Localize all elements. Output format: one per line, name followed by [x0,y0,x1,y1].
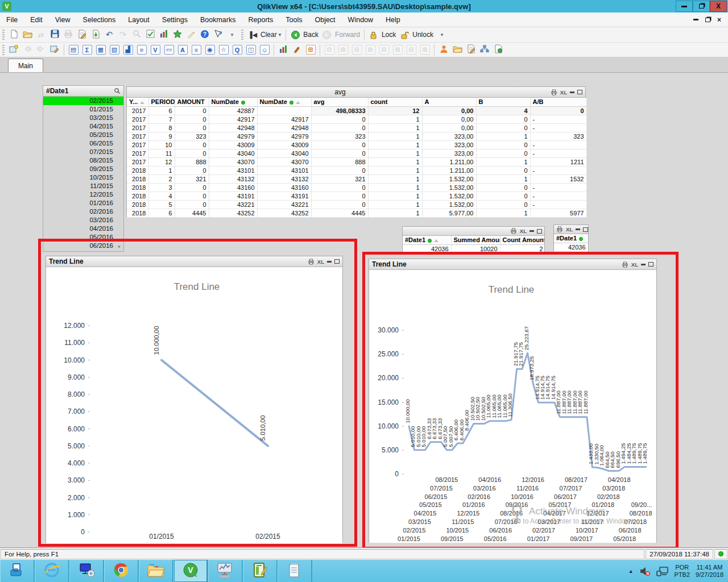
chart-caption[interactable]: Trend Line XL [46,256,342,267]
new-document-button[interactable] [7,28,20,41]
undo-button[interactable]: ↶ [103,28,115,41]
listbox-scrollbar[interactable]: ▲ ▼ [115,97,123,251]
create-custom-object-button[interactable]: ☺ [258,44,271,56]
column-header[interactable]: Count Amount [500,236,545,244]
refresh-button[interactable]: ⇄ [35,28,47,41]
language-indicator[interactable]: POR PTB2 [675,564,690,579]
column-header[interactable]: A [422,98,476,106]
listbox-value[interactable]: 02/2016 [43,207,123,216]
menu-window[interactable]: Window [342,14,379,26]
restore-window-button[interactable] [693,1,710,12]
save-button[interactable] [48,28,61,41]
align-center-button[interactable]: ⊞ [337,44,349,56]
maximize-object-icon[interactable] [648,262,653,267]
properties-button[interactable] [465,44,477,56]
create-multi-box-button[interactable]: V [149,44,162,56]
taskbar-server-manager-button[interactable] [0,560,35,582]
trend-line-chart-right[interactable]: Trend Line XL Trend Line05.00010.00015.0… [369,259,657,543]
listbox-value[interactable]: 03/2015 [43,114,123,122]
minimize-object-icon[interactable] [576,228,580,230]
listbox-value[interactable]: 07/2015 [43,148,123,156]
space-horizontally-button[interactable]: ⊞ [364,44,377,56]
listbox-value[interactable]: 11/2015 [43,182,123,190]
mdi-close-icon[interactable]: × [717,16,721,23]
create-slider-button[interactable]: ≡ [190,44,202,56]
toolbar-overflow-button[interactable]: ▾ [226,28,238,41]
date1-table-caption[interactable]: XL [554,225,588,234]
reload-button[interactable] [89,28,102,41]
open-document-button[interactable] [21,28,34,41]
minimize-object-icon[interactable] [327,261,332,263]
listbox-value[interactable]: 09/2015 [43,165,123,173]
column-header[interactable]: PERIOD [148,98,175,106]
unlock-label[interactable]: Unlock [412,31,433,39]
lock-label[interactable]: Lock [382,31,396,39]
tray-expand-icon[interactable]: ▲ [628,568,634,574]
column-header[interactable]: NumDate [257,98,311,106]
space-vertically-button[interactable]: ⊟ [378,44,390,56]
mdi-minimize-icon[interactable] [693,19,698,20]
column-header[interactable]: A/B [530,98,586,106]
create-table-box-button[interactable]: ▦ [94,44,107,56]
webview-button[interactable] [437,44,450,56]
menu-help[interactable]: Help [379,14,407,26]
taskbar-chrome-button[interactable] [104,560,139,582]
context-help-button[interactable]: ? [212,28,225,41]
back-button[interactable] [289,28,301,41]
print-icon[interactable] [510,228,517,234]
print-icon[interactable] [551,89,557,95]
listbox-value[interactable]: 01/2016 [43,199,123,207]
print-icon[interactable] [308,259,315,265]
menu-object[interactable]: Object [308,14,341,26]
align-top-button[interactable]: ⊞ [419,44,431,56]
column-header[interactable]: Y... [127,98,148,106]
menu-tools[interactable]: Tools [279,14,308,26]
create-text-object-button[interactable]: A [176,44,189,56]
create-container-button[interactable]: ◫ [245,44,257,56]
menu-reports[interactable]: Reports [242,14,280,26]
create-gauge-button[interactable]: = [135,44,148,56]
clear-dropdown-icon[interactable]: ▾ [279,32,282,38]
create-search-object-button[interactable]: Q [231,44,243,56]
listbox-value[interactable]: 01/2015 [43,105,123,114]
maximize-object-icon[interactable] [583,227,588,232]
menu-file[interactable]: File [0,14,24,26]
listbox-value[interactable]: 08/2015 [43,156,123,165]
unlock-button[interactable] [398,28,411,41]
toolbar-overflow-button[interactable]: ▾ [436,28,448,41]
chart-wizard-button[interactable] [277,44,289,56]
taskbar-qlikview-button[interactable]: V [173,560,208,582]
toolbar-grip[interactable] [2,45,5,55]
network-icon[interactable] [656,566,669,576]
listbox-value[interactable]: 04/2016 [43,225,123,233]
send-to-excel-icon[interactable]: XL [560,89,567,95]
summed-table-caption[interactable]: XL [403,227,544,236]
design-grid-button[interactable]: ⊞ [304,44,317,56]
clear-button[interactable]: Clear [260,31,277,39]
taskbar-notepad-plus-button[interactable] [243,560,278,582]
print-button[interactable] [62,28,75,41]
sitemap-button[interactable] [478,44,491,56]
create-input-box-button[interactable]: ▧ [108,44,121,56]
column-header[interactable]: B [476,98,530,106]
taskbar-remote-desktop-button[interactable] [69,560,104,582]
trend-line-series[interactable] [162,360,268,446]
menu-layout[interactable]: Layout [122,14,156,26]
adjust-off-grid-button[interactable]: ⊟ [405,44,417,56]
column-header[interactable]: count [368,98,422,106]
close-window-button[interactable]: X [710,1,727,12]
menu-selections[interactable]: Selections [77,14,122,26]
redo-button[interactable]: ↷ [117,28,129,41]
minimize-object-icon[interactable] [570,92,574,93]
clear-selections-icon[interactable]: ▐◀ [246,28,259,41]
send-to-excel-icon[interactable]: XL [566,226,573,232]
create-button-object-button[interactable]: ▭ [163,44,175,56]
search-icon[interactable] [114,88,121,94]
scroll-up-icon[interactable]: ▲ [115,97,123,105]
column-header[interactable]: Summed Amount [451,236,500,244]
column-header[interactable]: AMOUNT [175,98,209,106]
quick-chart-wizard-button[interactable] [158,28,170,41]
lock-button[interactable] [367,28,380,41]
scroll-down-icon[interactable]: ▼ [115,243,123,251]
create-bookmark-object-button[interactable]: ☆ [217,44,230,56]
